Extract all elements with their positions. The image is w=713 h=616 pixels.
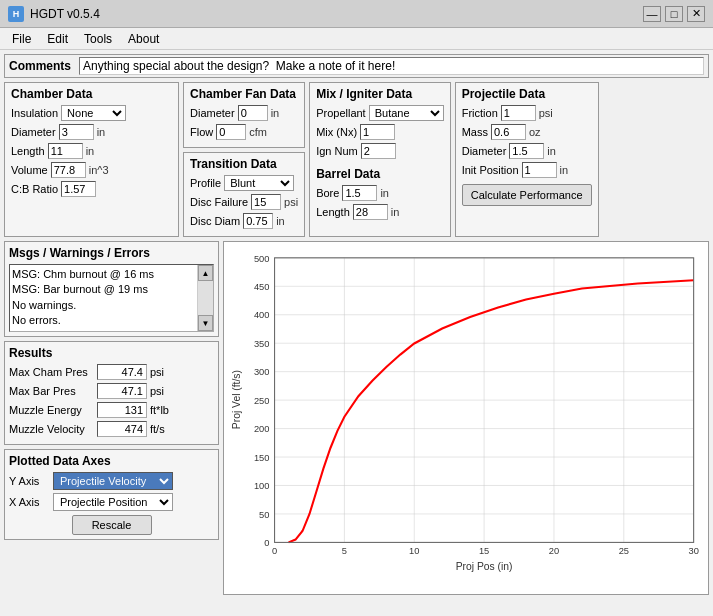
svg-text:Proj Pos (in): Proj Pos (in)	[456, 561, 513, 572]
menu-about[interactable]: About	[120, 30, 167, 48]
ign-num-input[interactable]	[361, 143, 396, 159]
fan-diameter-unit: in	[271, 107, 280, 119]
svg-text:150: 150	[254, 453, 270, 463]
muzzle-velocity-label: Muzzle Velocity	[9, 423, 94, 435]
propellant-label: Propellant	[316, 107, 366, 119]
muzzle-velocity-unit: ft/s	[150, 423, 165, 435]
mix-row: Mix (Nx)	[316, 124, 444, 140]
fan-flow-unit: cfm	[249, 126, 267, 138]
muzzle-energy-label: Muzzle Energy	[9, 404, 94, 416]
fan-diameter-label: Diameter	[190, 107, 235, 119]
mass-input[interactable]	[491, 124, 526, 140]
chamber-diameter-unit: in	[97, 126, 106, 138]
results-title: Results	[9, 346, 214, 360]
chamber-volume-label: Volume	[11, 164, 48, 176]
results-panel: Results Max Cham Pres psi Max Bar Pres p…	[4, 341, 219, 445]
chamber-length-row: Length in	[11, 143, 172, 159]
scroll-track	[198, 281, 213, 315]
ign-num-label: Ign Num	[316, 145, 358, 157]
plotted-panel: Plotted Data Axes Y Axis Projectile Velo…	[4, 449, 219, 540]
mix-input[interactable]	[360, 124, 395, 140]
proj-diameter-row: Diameter in	[462, 143, 592, 159]
disc-diam-row: Disc Diam in	[190, 213, 298, 229]
friction-input[interactable]	[501, 105, 536, 121]
y-axis-select[interactable]: Projectile Velocity Chamber Pressure Bar…	[53, 472, 173, 490]
y-axis-label: Y Axis	[9, 475, 49, 487]
bore-row: Bore in	[316, 185, 444, 201]
insulation-select[interactable]: None	[61, 105, 126, 121]
svg-text:450: 450	[254, 282, 270, 292]
menu-edit[interactable]: Edit	[39, 30, 76, 48]
friction-label: Friction	[462, 107, 498, 119]
propellant-select[interactable]: ButanePropaneNatural Gas	[369, 105, 444, 121]
max-cham-pres-row: Max Cham Pres psi	[9, 364, 214, 380]
svg-text:50: 50	[259, 510, 269, 520]
svg-text:10: 10	[409, 546, 419, 556]
proj-diameter-unit: in	[547, 145, 556, 157]
chamber-length-label: Length	[11, 145, 45, 157]
title-bar-text: HGDT v0.5.4	[30, 7, 643, 21]
msgs-panel: Msgs / Warnings / Errors MSG: Chm burnou…	[4, 241, 219, 337]
comments-input[interactable]	[79, 57, 704, 75]
profile-label: Profile	[190, 177, 221, 189]
barrel-data-section: Barrel Data Bore in Length in	[316, 167, 444, 220]
calculate-performance-button[interactable]: Calculate Performance	[462, 184, 592, 206]
muzzle-velocity-value[interactable]	[97, 421, 147, 437]
menu-file[interactable]: File	[4, 30, 39, 48]
insulation-row: Insulation None	[11, 105, 172, 121]
max-bar-pres-value[interactable]	[97, 383, 147, 399]
bore-input[interactable]	[342, 185, 377, 201]
disc-failure-input[interactable]	[251, 194, 281, 210]
svg-text:5: 5	[342, 546, 347, 556]
init-position-unit: in	[560, 164, 569, 176]
mix-label: Mix (Nx)	[316, 126, 357, 138]
cb-ratio-input[interactable]	[61, 181, 96, 197]
max-cham-pres-value[interactable]	[97, 364, 147, 380]
scroll-up-btn[interactable]: ▲	[198, 265, 213, 281]
proj-diameter-input[interactable]	[509, 143, 544, 159]
muzzle-energy-unit: ft*lb	[150, 404, 169, 416]
maximize-button[interactable]: □	[665, 6, 683, 22]
bore-label: Bore	[316, 187, 339, 199]
muzzle-energy-value[interactable]	[97, 402, 147, 418]
msgs-content: MSG: Chm burnout @ 16 ms MSG: Bar burnou…	[9, 264, 214, 332]
fan-diameter-input[interactable]	[238, 105, 268, 121]
msgs-scrollbar[interactable]: ▲ ▼	[197, 265, 213, 331]
fan-flow-row: Flow cfm	[190, 124, 298, 140]
init-position-input[interactable]	[522, 162, 557, 178]
chamber-diameter-label: Diameter	[11, 126, 56, 138]
propellant-row: Propellant ButanePropaneNatural Gas	[316, 105, 444, 121]
svg-text:Proj Vel (ft/s): Proj Vel (ft/s)	[231, 370, 242, 429]
barrel-length-input[interactable]	[353, 204, 388, 220]
disc-failure-label: Disc Failure	[190, 196, 248, 208]
profile-select[interactable]: BluntTaperedCurved	[224, 175, 294, 191]
svg-text:350: 350	[254, 339, 270, 349]
x-axis-row: X Axis Projectile Position Time	[9, 493, 214, 511]
chart-panel: 0 50 100 150 200 250 300 350 400 450 500…	[223, 241, 709, 595]
chamber-volume-row: Volume in^3	[11, 162, 172, 178]
chamber-volume-input[interactable]	[51, 162, 86, 178]
minimize-button[interactable]: —	[643, 6, 661, 22]
disc-diam-input[interactable]	[243, 213, 273, 229]
comments-label: Comments	[9, 59, 71, 73]
upper-panels: Chamber Data Insulation None Diameter in…	[4, 82, 709, 237]
x-axis-select[interactable]: Projectile Position Time	[53, 493, 173, 511]
barrel-data-title: Barrel Data	[316, 167, 444, 181]
muzzle-velocity-row: Muzzle Velocity ft/s	[9, 421, 214, 437]
rescale-button[interactable]: Rescale	[72, 515, 152, 535]
ign-num-row: Ign Num	[316, 143, 444, 159]
svg-text:250: 250	[254, 396, 270, 406]
svg-text:500: 500	[254, 254, 270, 264]
chamber-length-input[interactable]	[48, 143, 83, 159]
cb-ratio-row: C:B Ratio	[11, 181, 172, 197]
scroll-down-btn[interactable]: ▼	[198, 315, 213, 331]
chamber-data-title: Chamber Data	[11, 87, 172, 101]
close-button[interactable]: ✕	[687, 6, 705, 22]
max-bar-pres-unit: psi	[150, 385, 164, 397]
init-position-label: Init Position	[462, 164, 519, 176]
fan-flow-input[interactable]	[216, 124, 246, 140]
fan-diameter-row: Diameter in	[190, 105, 298, 121]
chamber-diameter-input[interactable]	[59, 124, 94, 140]
svg-text:400: 400	[254, 310, 270, 320]
menu-tools[interactable]: Tools	[76, 30, 120, 48]
